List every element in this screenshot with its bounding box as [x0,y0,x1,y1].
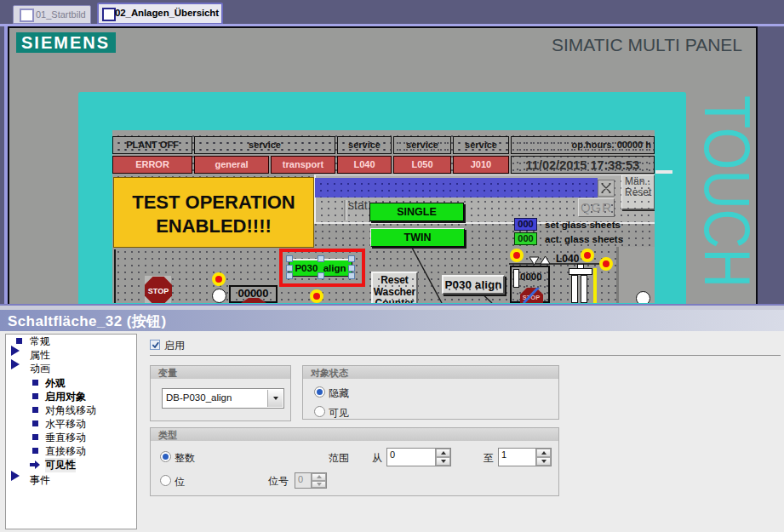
svg-text:STOP: STOP [148,287,169,295]
